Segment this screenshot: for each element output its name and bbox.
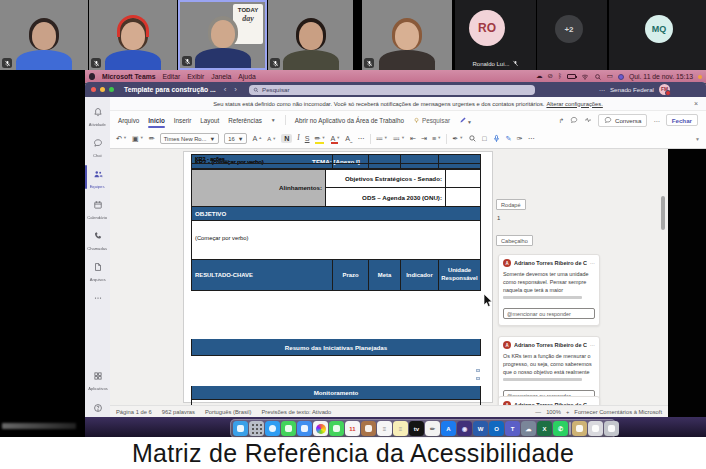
minimize-traffic-light[interactable] bbox=[100, 87, 105, 92]
teams-icon[interactable]: T bbox=[505, 421, 520, 436]
contacts-icon[interactable] bbox=[361, 421, 376, 436]
share-arrow-icon[interactable]: ↱ bbox=[559, 117, 564, 124]
cabecalho-tag[interactable]: Cabeçalho bbox=[496, 235, 533, 246]
participant-video-5[interactable] bbox=[362, 0, 452, 70]
empty-cell[interactable] bbox=[446, 169, 481, 188]
spotlight-icon[interactable] bbox=[594, 73, 602, 81]
resultado-chave-header[interactable]: RESULTADO-CHAVE bbox=[191, 260, 333, 291]
font-color-button[interactable]: A▼ bbox=[331, 135, 341, 142]
find-button[interactable] bbox=[468, 134, 477, 143]
comment-icon[interactable] bbox=[570, 116, 578, 124]
mail-icon[interactable] bbox=[297, 421, 312, 436]
forward-arrow[interactable]: › bbox=[234, 85, 237, 94]
ink-pen-button[interactable]: ✒▼ bbox=[452, 135, 463, 142]
display-icon[interactable]: ▭ bbox=[607, 73, 613, 80]
facetime-icon[interactable] bbox=[329, 421, 344, 436]
comment-more-menu[interactable]: ⋯ bbox=[590, 260, 595, 266]
collapse-ribbon-icon[interactable]: ▼ bbox=[695, 136, 700, 142]
menu-janela[interactable]: Janela bbox=[211, 73, 231, 80]
bullet-list-button[interactable]: ≔▼ bbox=[376, 135, 388, 142]
participant-tile-mq[interactable]: MQ bbox=[609, 0, 706, 70]
participant-overflow-tile[interactable]: +2 bbox=[537, 0, 607, 70]
cloud-icon[interactable]: ☁ bbox=[536, 73, 543, 80]
documents-folder-icon[interactable] bbox=[572, 421, 587, 436]
outlook-icon[interactable]: O bbox=[489, 421, 504, 436]
change-settings-link[interactable]: Alterar configurações. bbox=[546, 101, 602, 107]
back-arrow[interactable]: ‹ bbox=[224, 85, 227, 94]
rail-item[interactable]: Chat bbox=[85, 132, 110, 160]
word-page[interactable]: TEMA: [Anexo I] Alinhamentos: Objetivos … bbox=[183, 151, 493, 403]
comment-more-menu[interactable]: ⋯ bbox=[590, 342, 595, 348]
editor-button[interactable]: ✎ bbox=[506, 135, 512, 142]
trash-icon[interactable] bbox=[604, 421, 619, 436]
zoom-traffic-light[interactable] bbox=[109, 87, 114, 92]
ods-agenda-cell[interactable]: ODS – Agenda 2030 (ONU): bbox=[326, 188, 446, 207]
comment-reply-input[interactable] bbox=[503, 308, 595, 319]
ribbon-tab[interactable]: Início bbox=[148, 114, 164, 127]
menu-exibir[interactable]: Exibir bbox=[187, 73, 204, 80]
font-size-select[interactable]: 16▼ bbox=[224, 133, 247, 144]
italic-button[interactable]: I bbox=[297, 135, 299, 142]
menu-ajuda[interactable]: Ajuda bbox=[238, 73, 255, 80]
reminders-icon[interactable]: ≡ bbox=[377, 421, 392, 436]
close-traffic-light[interactable] bbox=[91, 87, 96, 92]
ribbon-more-button[interactable]: ⋯ bbox=[653, 117, 659, 124]
rail-item[interactable]: Aplicativos bbox=[85, 365, 110, 393]
bluetooth-icon[interactable]: ᛒ bbox=[558, 73, 562, 80]
calendar-icon[interactable]: 11 bbox=[345, 421, 360, 436]
menu-editar[interactable]: Editar bbox=[163, 73, 181, 80]
participant-video-4[interactable] bbox=[268, 0, 353, 70]
rail-item[interactable]: Calendário bbox=[85, 194, 110, 222]
dictate-button[interactable] bbox=[492, 134, 501, 143]
tv-icon[interactable]: tv bbox=[409, 421, 424, 436]
feedback-link[interactable]: Fornecer Comentários à Microsoft bbox=[574, 409, 662, 415]
acao-cell[interactable]: KR3 - ações... bbox=[191, 154, 481, 164]
select-button[interactable]: □ bbox=[482, 135, 486, 142]
objetivos-estrategicos-cell[interactable]: Objetivos Estratégicos - Senado: bbox=[326, 169, 446, 188]
word-count[interactable]: 962 palavras bbox=[162, 409, 195, 415]
outdent-button[interactable]: ⇤ bbox=[410, 135, 416, 142]
grow-font-button[interactable]: A▲ bbox=[252, 135, 262, 142]
page-count[interactable]: Página 1 de 6 bbox=[116, 409, 152, 415]
podcasts-icon[interactable]: ◉ bbox=[457, 421, 472, 436]
text-predictions[interactable]: Previsões de texto: Ativado bbox=[261, 409, 331, 415]
indicador-header[interactable]: Indicador bbox=[401, 260, 439, 291]
safari-icon[interactable] bbox=[265, 421, 280, 436]
monitoramento-header-cell[interactable]: Monitoramento bbox=[191, 386, 481, 400]
tell-me-search[interactable]: Pesquisar bbox=[413, 117, 450, 124]
highlight-button[interactable]: ✏▼ bbox=[315, 135, 326, 142]
battery-icon[interactable] bbox=[567, 74, 576, 79]
magic-pen-button[interactable]: ✑ bbox=[517, 135, 523, 142]
zoom-in-button[interactable]: + bbox=[566, 409, 569, 415]
text-effects-button[interactable]: A˷ bbox=[345, 135, 352, 142]
scrollbar-thumb[interactable] bbox=[661, 196, 665, 230]
ribbon-tab[interactable]: Arquivo bbox=[118, 114, 139, 127]
rail-item[interactable]: Chamadas bbox=[85, 225, 110, 253]
zoom-out-button[interactable]: — bbox=[535, 409, 541, 415]
participant-tile-ronaldo[interactable]: RO Ronaldo Lui... bbox=[455, 0, 536, 70]
word-icon[interactable]: W bbox=[473, 421, 488, 436]
unidade-responsavel-header[interactable]: Unidade Responsável bbox=[439, 260, 481, 291]
photos-icon[interactable] bbox=[313, 421, 328, 436]
rail-item[interactable] bbox=[85, 287, 110, 309]
meta-header[interactable]: Meta bbox=[369, 260, 401, 291]
textedit-icon[interactable]: ✏ bbox=[425, 421, 440, 436]
objetivo-hint-cell[interactable]: (Começar por verbo) bbox=[191, 221, 481, 260]
align-button[interactable]: ≡▼ bbox=[432, 135, 441, 142]
downloads-folder-icon[interactable] bbox=[588, 421, 603, 436]
finder-icon[interactable] bbox=[233, 421, 248, 436]
whatsapp-icon[interactable]: ✆ bbox=[553, 421, 568, 436]
indent-button[interactable]: ⇥ bbox=[421, 135, 427, 142]
app-dot-icon[interactable] bbox=[618, 74, 624, 80]
title-bar-more-menu[interactable]: ⋯ bbox=[599, 86, 605, 93]
more-font-options[interactable]: ⋯ bbox=[357, 135, 364, 142]
menu-app-name[interactable]: Microsoft Teams bbox=[102, 73, 156, 80]
open-in-desktop-app-button[interactable]: Abrir no Aplicativo da Área de Trabalho bbox=[295, 117, 404, 124]
menu-bar-clock[interactable]: Qui. 11 de nov. 15:13 bbox=[629, 73, 693, 80]
status-circle-icon[interactable]: ⊘ bbox=[547, 73, 552, 80]
app-store-icon[interactable]: A bbox=[441, 421, 456, 436]
wifi-icon[interactable] bbox=[581, 73, 589, 81]
empty-cell[interactable] bbox=[446, 188, 481, 207]
pen-mode-button[interactable]: ▼ bbox=[459, 116, 472, 125]
undo-button[interactable]: ↶▼ bbox=[116, 135, 127, 142]
